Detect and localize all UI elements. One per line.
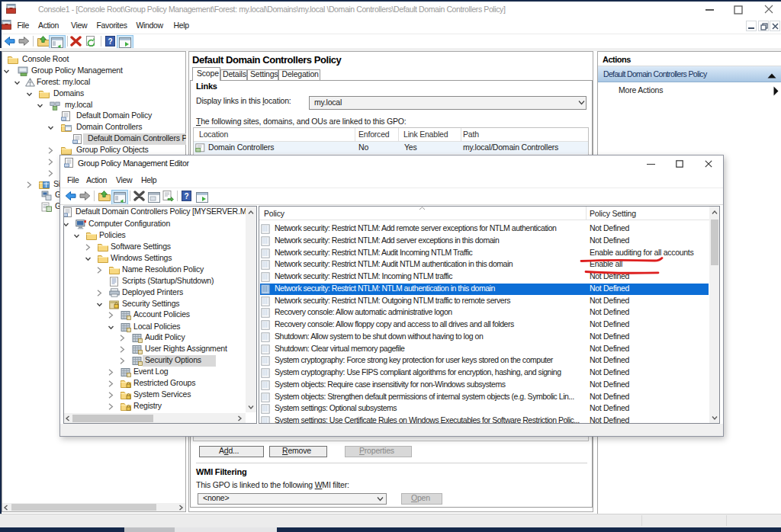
svg-text:?: ?	[108, 37, 112, 46]
svg-text:?: ?	[184, 192, 188, 200]
